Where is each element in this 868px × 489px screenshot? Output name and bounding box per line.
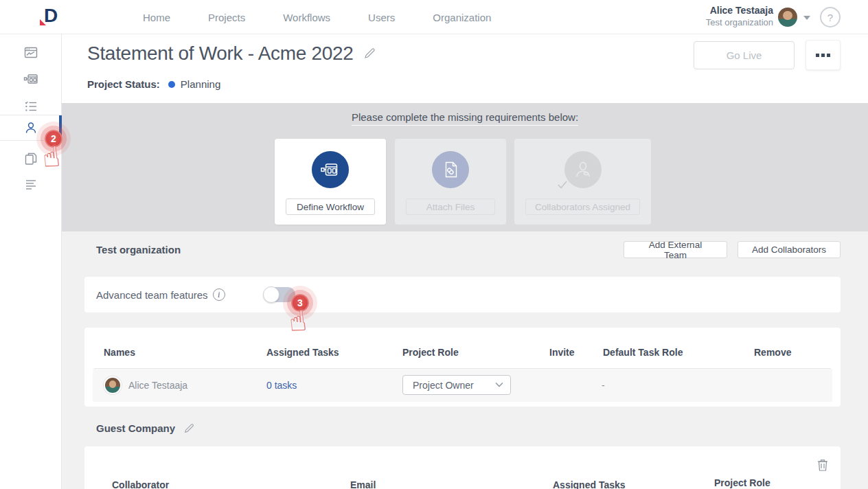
active-indicator [59, 115, 62, 140]
left-sidebar [0, 34, 62, 489]
collaborators-assigned-button: Collaborators Assigned [525, 198, 640, 215]
page-title: Statement of Work - Acme 2022 [87, 43, 354, 65]
person-icon [23, 120, 38, 135]
guest-company-title: Guest Company [96, 422, 175, 434]
requirement-card-collaborators-assigned: Collaborators Assigned [514, 139, 651, 225]
advanced-features-card: Advanced team features i [84, 277, 841, 312]
guest-col-header-project-role: Project Role [714, 477, 770, 488]
nav-item-workflows[interactable]: Workflows [283, 12, 330, 23]
advanced-features-label: Advanced team features [96, 289, 208, 301]
add-collaborators-wrap: Add Collaborators [738, 241, 841, 258]
toggle-knob [263, 286, 279, 303]
user-info: Alice Testaaja Test organization [706, 5, 773, 28]
sidebar-item-files[interactable] [0, 146, 61, 172]
user-organization: Test organization [706, 17, 773, 28]
logo-letter: D [44, 5, 58, 27]
project-role-value: Project Owner [413, 380, 474, 391]
status-label: Project Status: [87, 78, 160, 90]
advanced-features-toggle[interactable] [264, 287, 295, 302]
assigned-tasks-link[interactable]: 0 tasks [266, 369, 297, 402]
info-icon[interactable]: i [213, 288, 225, 301]
organization-section-title: Test organization [96, 244, 181, 255]
project-role-select[interactable]: Project Owner [402, 375, 511, 395]
main-nav: Home Projects Workflows Users Organizati… [143, 0, 491, 34]
col-header-project-role: Project Role [402, 347, 459, 358]
col-header-assigned-tasks: Assigned Tasks [266, 347, 339, 358]
requirements-message: Please complete the missing requirements… [352, 111, 578, 126]
table-row: Alice Testaaja 0 tasks Project Owner - [93, 369, 832, 402]
user-avatar[interactable] [778, 8, 797, 27]
member-avatar [104, 376, 122, 394]
guest-col-header-assigned-tasks: Assigned Tasks [553, 479, 626, 489]
attach-files-circle-icon [432, 151, 469, 188]
page-header: Statement of Work - Acme 2022 [87, 43, 376, 65]
nav-item-projects[interactable]: Projects [208, 12, 245, 23]
guest-col-header-email: Email [350, 479, 376, 489]
guest-col-header-collaborator: Collaborator [112, 479, 169, 489]
collaborators-circle-icon [564, 151, 602, 188]
dashboard-icon [23, 45, 38, 60]
edit-guest-company-pencil-icon[interactable] [183, 423, 194, 434]
col-header-remove: Remove [754, 347, 791, 358]
edit-title-pencil-icon[interactable] [363, 47, 376, 60]
status-value: Planning [181, 78, 220, 90]
col-header-names: Names [104, 347, 135, 358]
requirement-card-attach-files: Attach Files [395, 139, 506, 225]
add-external-team-wrap: Add External Team [624, 241, 727, 258]
more-options-button[interactable] [806, 40, 841, 70]
top-navigation-bar: D Home Projects Workflows Users Organiza… [0, 0, 868, 34]
status-dot-icon [168, 81, 175, 88]
missing-requirements-banner: Please complete the missing requirements… [62, 103, 868, 231]
sidebar-item-activity[interactable] [0, 172, 61, 198]
check-icon [557, 180, 568, 192]
workflow-circle-icon [312, 151, 349, 188]
app-window: D Home Projects Workflows Users Organiza… [0, 0, 868, 489]
nav-item-users[interactable]: Users [368, 12, 395, 23]
task-list-icon [23, 99, 38, 114]
go-live-button[interactable]: Go Live [694, 41, 795, 69]
workflow-icon [23, 71, 38, 87]
members-table-card: Names Assigned Tasks Project Role Invite… [84, 328, 841, 407]
add-collaborators-button[interactable]: Add Collaborators [738, 241, 841, 258]
app-logo[interactable]: D [40, 5, 63, 29]
user-name: Alice Testaaja [706, 5, 773, 17]
requirement-card-define-workflow: Define Workflow [275, 139, 386, 225]
chevron-down-icon[interactable] [803, 16, 810, 20]
guest-table-card: Collaborator Email Assigned Tasks Projec… [84, 446, 841, 489]
nav-item-organization[interactable]: Organization [433, 12, 491, 23]
guest-company-header: Guest Company [96, 422, 194, 434]
member-name: Alice Testaaja [128, 369, 187, 402]
nav-item-home[interactable]: Home [143, 12, 170, 23]
add-external-team-button[interactable]: Add External Team [624, 241, 727, 258]
ellipsis-icon [816, 54, 819, 57]
define-workflow-button[interactable]: Define Workflow [286, 198, 375, 215]
default-task-role-value: - [602, 369, 605, 402]
attach-files-button: Attach Files [406, 198, 495, 215]
sidebar-item-workflows[interactable] [0, 66, 61, 92]
help-button[interactable]: ? [820, 7, 841, 27]
sidebar-item-dashboard[interactable] [0, 40, 61, 66]
list-lines-icon [23, 177, 38, 192]
project-status-row: Project Status: Planning [87, 78, 220, 90]
delete-guest-company-button[interactable] [817, 458, 828, 473]
chevron-down-icon [495, 382, 503, 387]
col-header-invite: Invite [549, 347, 575, 358]
documents-icon [23, 151, 38, 166]
trash-icon [817, 458, 828, 471]
col-header-default-task-role: Default Task Role [603, 347, 683, 358]
sidebar-item-collaborators[interactable] [0, 115, 61, 141]
